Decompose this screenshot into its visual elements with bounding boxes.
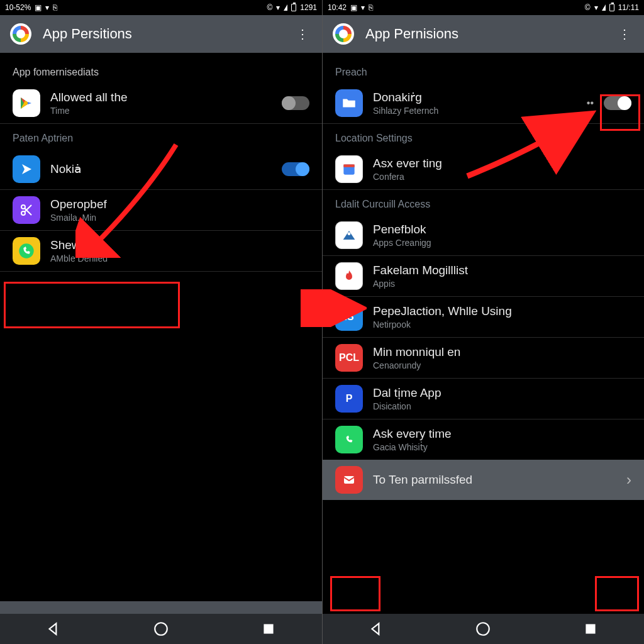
row-primary: Penefblok: [373, 223, 631, 237]
status-time-left: 10:42: [328, 3, 347, 12]
row-primary: PepeJlaction, Whlle Using: [373, 304, 631, 319]
whatsapp-yellow-icon: [13, 237, 40, 265]
nav-recent-icon[interactable]: [260, 621, 277, 637]
section-header: Ldalit Curcuill Access: [323, 190, 644, 215]
svg-rect-10: [586, 624, 595, 633]
screen-right: 10:42 ▣ ▾ ⎘ © ▾ 11/:11 App Pernisions ⋮ …: [322, 0, 644, 644]
pcl-app-icon: PCL: [335, 344, 363, 372]
row-primary: Donakiṙg: [373, 91, 577, 105]
row-pepejlaction[interactable]: IS PepeJlaction, Whlle Using Netirpook: [323, 297, 644, 338]
row-primary: Nokiȧ: [50, 162, 272, 177]
app-bar-title: App Persitions: [43, 26, 282, 42]
row-primary: Allowed all the: [50, 91, 272, 105]
app-bar-title: App Pernisions: [365, 26, 604, 42]
content-scroll[interactable]: App fomernisediats Allowed all the Time …: [0, 53, 322, 601]
row-donaking[interactable]: Donakiṙg Sihlazy Feternch ••: [323, 83, 644, 124]
row-opera[interactable]: Operopbef Smaila. Min: [0, 190, 322, 231]
nav-back-icon[interactable]: [368, 621, 384, 637]
svg-point-9: [477, 623, 490, 635]
row-fakelam[interactable]: Fakelam Mogilllist Appis: [323, 256, 644, 297]
row-primary: Ask every time: [373, 427, 631, 441]
toggle-donaking[interactable]: [604, 96, 631, 110]
row-shewed[interactable]: Shewed AMble Deniied: [0, 231, 322, 272]
overflow-menu-icon[interactable]: ⋮: [293, 26, 312, 42]
row-nokia[interactable]: Nokiȧ: [0, 149, 322, 190]
status-percent: 10-52%: [5, 3, 31, 12]
signal-icon: [602, 4, 606, 11]
row-min[interactable]: PCL Min monniqul en Cenaorundy: [323, 338, 644, 379]
whatsapp-icon: [335, 426, 363, 453]
row-secondary: Sihlazy Feternch: [373, 106, 577, 116]
nav-back-icon[interactable]: [45, 621, 62, 637]
status-time: 1291: [300, 3, 317, 12]
copyright-icon: ©: [585, 3, 591, 12]
row-primary: Min monniqul en: [373, 345, 631, 360]
play-store-icon: [13, 89, 40, 117]
p-app-icon: P: [335, 385, 363, 413]
app-logo[interactable]: [333, 23, 354, 45]
row-ask-ever[interactable]: Asx ever ting Confera: [323, 149, 644, 190]
row-primary: To Ten parmilssfed: [373, 473, 616, 487]
copyright-icon: ©: [267, 3, 272, 12]
app-logo[interactable]: [10, 23, 31, 45]
app-bar: App Pernisions ⋮: [323, 15, 644, 53]
row-secondary: Gacia Whisiṫy: [373, 442, 631, 452]
row-secondary: Appis: [373, 279, 631, 289]
status-icon: ▣: [350, 3, 357, 12]
svg-point-3: [155, 623, 167, 635]
row-penefblok[interactable]: Penefblok Apps Creanigg: [323, 215, 644, 256]
chevron-right-icon: ›: [626, 471, 631, 489]
row-secondary: Smaila. Min: [50, 213, 309, 223]
section-header: Paten Aptrien: [0, 124, 322, 149]
svg-rect-4: [264, 624, 273, 633]
row-secondary: Time: [50, 106, 272, 116]
row-last-permission[interactable]: To Ten parmilssfed ›: [323, 460, 644, 500]
content-scroll[interactable]: Preach Donakiṙg Sihlazy Feternch •• Loca…: [323, 53, 644, 614]
signal-icon: [284, 4, 287, 11]
navigation-bar: [323, 614, 644, 644]
status-icon: ▣: [35, 3, 42, 12]
wifi-icon: ▾: [594, 3, 598, 12]
row-allowed-all[interactable]: Allowed all the Time: [0, 83, 322, 124]
navigation-bar: [0, 614, 322, 644]
toggle-nokia[interactable]: [282, 162, 309, 176]
status-icon: ⎘: [369, 3, 373, 12]
nav-recent-icon[interactable]: [582, 621, 599, 637]
battery-icon: [291, 4, 296, 11]
status-icon: ▾: [361, 3, 365, 12]
folder-icon: [335, 89, 363, 117]
row-primary: Shewed: [50, 238, 309, 253]
mountain-app-icon: [335, 221, 363, 249]
status-icon: ▾: [45, 3, 49, 12]
mail-app-icon: [335, 466, 363, 494]
toggle-allowed[interactable]: [282, 96, 309, 110]
status-time: 11/:11: [618, 3, 639, 12]
overflow-menu-icon[interactable]: ⋮: [615, 26, 634, 42]
row-secondary: Disication: [373, 401, 631, 411]
row-secondary: Confera: [373, 172, 631, 182]
status-icon: ⎘: [53, 3, 57, 12]
row-primary: Fakelam Mogilllist: [373, 264, 631, 278]
status-bar: 10:42 ▣ ▾ ⎘ © ▾ 11/:11: [323, 0, 644, 15]
row-primary: Asx ever ting: [373, 157, 631, 171]
screen-left: 10-52% ▣ ▾ ⎘ © ▾ 1291 App Persitions ⋮ A…: [0, 0, 322, 644]
row-secondary: AMble Deniied: [50, 253, 309, 264]
row-secondary: Netirpook: [373, 319, 631, 330]
row-ask-every[interactable]: Ask every time Gacia Whisiṫy: [323, 419, 644, 460]
row-more-icon[interactable]: ••: [587, 97, 594, 109]
row-secondary: Cenaorundy: [373, 360, 631, 370]
status-bar: 10-52% ▣ ▾ ⎘ © ▾ 1291: [0, 0, 322, 15]
battery-icon: [609, 4, 614, 11]
flame-app-icon: [335, 262, 363, 290]
svg-point-7: [348, 232, 351, 235]
section-header: Preach: [323, 58, 644, 83]
svg-rect-6: [343, 164, 354, 167]
app-bar: App Persitions ⋮: [0, 15, 322, 53]
arrow-app-icon: [13, 155, 40, 183]
wifi-icon: ▾: [276, 3, 280, 12]
nav-home-icon[interactable]: [153, 621, 169, 637]
nav-home-icon[interactable]: [475, 621, 491, 637]
row-secondary: Apps Creanigg: [373, 238, 631, 248]
row-dal-time[interactable]: P Dal tịme App Disication: [323, 379, 644, 419]
bottom-edge: [0, 601, 322, 614]
